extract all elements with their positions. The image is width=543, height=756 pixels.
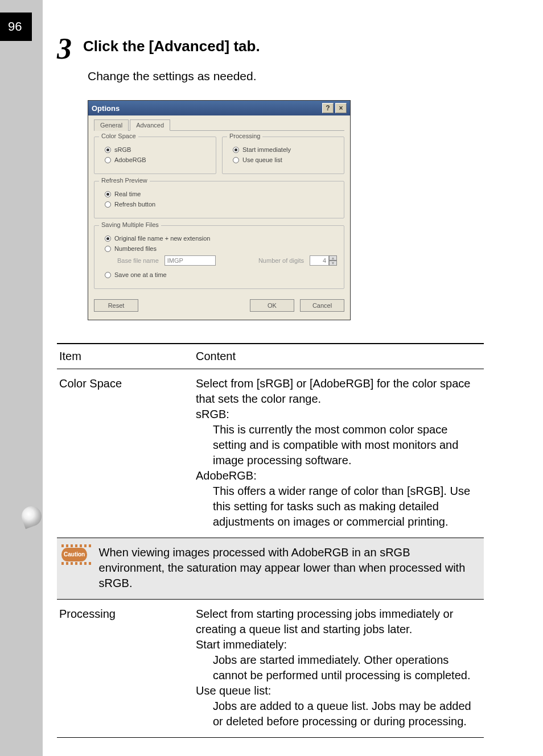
radio-adobergb-label: AdobeRGB	[114, 156, 146, 163]
group-saving-multiple: Saving Multiple Files Original file name…	[94, 225, 344, 289]
radio-start-immediately[interactable]: Start immediately	[233, 146, 337, 153]
adobergb-description: This offers a wider range of color than …	[213, 484, 482, 530]
cancel-button[interactable]: Cancel	[300, 299, 344, 312]
radio-icon	[105, 272, 111, 278]
radio-numbered-files[interactable]: Numbered files	[105, 245, 337, 252]
radio-icon	[105, 191, 111, 197]
base-file-name-label: Base file name	[117, 257, 159, 264]
adobergb-heading: AdobeRGB:	[196, 468, 482, 484]
color-space-intro: Select from [sRGB] or [AdobeRGB] for the…	[196, 376, 482, 407]
start-immediately-description: Jobs are started immediately. Other oper…	[213, 652, 482, 683]
use-queue-description: Jobs are added to a queue list. Jobs may…	[213, 699, 482, 729]
use-queue-heading: Use queue list:	[196, 683, 482, 699]
table-row: Processing Select from starting processi…	[57, 600, 484, 738]
item-color-space: Color Space	[57, 369, 194, 538]
group-color-space-legend: Color Space	[99, 133, 138, 139]
radio-save-one-label: Save one at a time	[114, 271, 167, 278]
radio-icon	[105, 157, 111, 163]
dialog-title: Options	[92, 104, 120, 113]
options-dialog: Options ? × General Advanced Color Space…	[88, 100, 351, 320]
content-color-space: Select from [sRGB] or [AdobeRGB] for the…	[194, 369, 484, 538]
radio-srgb-label: sRGB	[114, 146, 131, 153]
caution-icon: Caution	[61, 548, 87, 561]
radio-icon	[233, 157, 239, 163]
radio-icon	[105, 147, 111, 153]
radio-icon	[105, 201, 111, 208]
dialog-titlebar: Options ? ×	[88, 101, 350, 115]
spin-up-icon[interactable]: ▲	[329, 255, 337, 261]
group-processing: Processing Start immediately Use queue l…	[222, 137, 344, 174]
group-color-space: Color Space sRGB AdobeRGB	[94, 137, 216, 174]
radio-adobergb[interactable]: AdobeRGB	[105, 156, 209, 163]
radio-icon	[105, 246, 111, 252]
caution-row: Caution When viewing images processed wi…	[57, 538, 484, 600]
thumb-index-tab-icon	[19, 503, 44, 529]
radio-start-immediately-label: Start immediately	[242, 146, 291, 153]
step-title: Click the [Advanced] tab.	[83, 38, 260, 55]
radio-use-queue-label: Use queue list	[242, 156, 282, 163]
table-header-item: Item	[57, 344, 194, 369]
group-refresh-preview: Refresh Preview Real time Refresh button	[94, 181, 344, 218]
radio-refresh-button[interactable]: Refresh button	[105, 201, 337, 208]
group-saving-legend: Saving Multiple Files	[99, 221, 161, 228]
radio-icon	[233, 147, 239, 153]
reset-button[interactable]: Reset	[94, 299, 138, 312]
srgb-description: This is currently the most common color …	[213, 422, 482, 468]
radio-refresh-button-label: Refresh button	[114, 201, 155, 208]
radio-save-one[interactable]: Save one at a time	[105, 271, 337, 278]
step-number: 3	[57, 34, 72, 64]
radio-icon	[105, 236, 111, 242]
tab-advanced[interactable]: Advanced	[130, 119, 170, 131]
table-header-content: Content	[194, 344, 484, 369]
ok-button[interactable]: OK	[250, 299, 294, 312]
number-of-digits-label: Number of digits	[258, 257, 304, 264]
radio-srgb[interactable]: sRGB	[105, 146, 209, 153]
tab-general[interactable]: General	[94, 119, 129, 131]
radio-use-queue[interactable]: Use queue list	[233, 156, 337, 163]
group-processing-legend: Processing	[227, 133, 262, 139]
group-refresh-legend: Refresh Preview	[99, 177, 150, 184]
radio-original-name-label: Original file name + new extension	[114, 235, 210, 242]
radio-original-name[interactable]: Original file name + new extension	[105, 235, 337, 242]
settings-table: Item Content Color Space Select from [sR…	[57, 343, 484, 738]
radio-numbered-files-label: Numbered files	[114, 245, 157, 252]
page-margin-strip: 96	[0, 0, 43, 756]
page-number: 96	[0, 13, 32, 41]
content-processing: Select from starting processing jobs imm…	[194, 600, 484, 738]
number-of-digits-input[interactable]	[310, 255, 329, 266]
radio-realtime[interactable]: Real time	[105, 191, 337, 197]
item-processing: Processing	[57, 600, 194, 738]
start-immediately-heading: Start immediately:	[196, 637, 482, 652]
table-row: Color Space Select from [sRGB] or [Adobe…	[57, 369, 484, 538]
srgb-heading: sRGB:	[196, 407, 482, 422]
radio-realtime-label: Real time	[114, 191, 141, 197]
base-file-name-input[interactable]	[164, 255, 216, 266]
step-subtitle: Change the settings as needed.	[88, 69, 497, 83]
page-content: 3 Click the [Advanced] tab. Change the s…	[51, 0, 543, 756]
close-button[interactable]: ×	[335, 103, 347, 113]
spin-down-icon[interactable]: ▼	[329, 261, 337, 266]
processing-intro: Select from starting processing jobs imm…	[196, 606, 482, 637]
help-button[interactable]: ?	[322, 103, 334, 113]
caution-text: When viewing images processed with Adobe…	[99, 545, 479, 591]
